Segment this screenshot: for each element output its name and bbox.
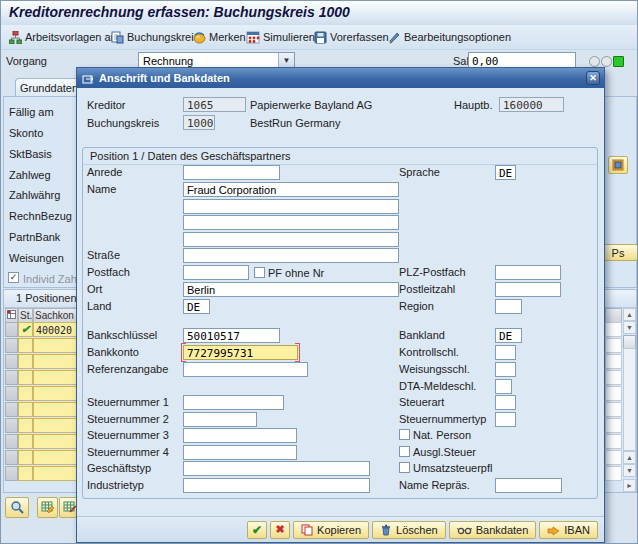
- scroll-down-icon-bottom[interactable]: ▼: [623, 464, 636, 477]
- postleitzahl-label: Postleitzahl: [399, 283, 455, 295]
- x-icon: ✖: [275, 523, 284, 536]
- nat-person-checkbox[interactable]: [399, 429, 410, 440]
- bankschluessel-field[interactable]: 50010517: [183, 328, 280, 343]
- copy-icon: [301, 524, 313, 536]
- bankkonto-field[interactable]: 7727995731: [183, 345, 298, 360]
- region-field[interactable]: [495, 299, 522, 314]
- ort-label: Ort: [87, 283, 102, 295]
- dta-meldeschl-field[interactable]: [495, 379, 512, 394]
- ausgl-steuer-checkbox[interactable]: [399, 446, 410, 457]
- sprache-label: Sprache: [399, 166, 440, 178]
- steuernummertyp-label: Steuernummertyp: [399, 413, 486, 425]
- steuernummertyp-field[interactable]: [495, 412, 516, 427]
- table-col-right[interactable]: [605, 308, 622, 323]
- ort-field[interactable]: Berlin: [183, 282, 399, 297]
- umsatzsteuerpfl-checkbox[interactable]: [399, 462, 410, 473]
- postleitzahl-field[interactable]: [495, 282, 561, 297]
- geschaeftstyp-field[interactable]: [183, 461, 370, 476]
- weisungsschl-label: Weisungsschl.: [399, 363, 470, 375]
- sap-window: Kreditorenrechnung erfassen: Buchungskre…: [0, 0, 638, 544]
- buchungskreis-button[interactable]: Buchungskreis: [108, 27, 202, 47]
- row-selector[interactable]: [5, 322, 18, 337]
- table-col-status[interactable]: St...: [18, 308, 33, 323]
- application-toolbar: Arbeitsvorlagen an Buchungskreis Merken …: [1, 25, 638, 50]
- choose-detail-button[interactable]: [5, 497, 29, 518]
- simulieren-button[interactable]: Simulieren: [243, 27, 318, 47]
- steuernummer4-field[interactable]: [183, 445, 297, 460]
- scroll-up-icon-bottom[interactable]: ▲: [623, 451, 636, 464]
- scroll-down-icon[interactable]: ▼: [623, 321, 636, 334]
- steuernummer3-label: Steuernummer 3: [87, 429, 169, 441]
- insert-row-button[interactable]: [37, 497, 58, 518]
- steuernummer2-field[interactable]: [183, 412, 257, 427]
- saldo-status-light: [589, 56, 624, 67]
- anrede-field[interactable]: [183, 165, 280, 180]
- name-repraes-field[interactable]: [495, 478, 562, 493]
- sktbasis-label: SktBasis: [9, 148, 52, 160]
- referenzangabe-field[interactable]: [183, 362, 308, 377]
- glasses-icon: [457, 524, 472, 535]
- dialog-icon: [82, 73, 94, 84]
- postfach-label: Postfach: [87, 266, 130, 278]
- individ-zahlung-checkbox[interactable]: ✓: [8, 272, 19, 283]
- cancel-button[interactable]: ✖: [270, 521, 290, 539]
- ausgl-steuer-label: Ausgl.Steuer: [413, 446, 476, 458]
- scroll-right-icon-bottom[interactable]: ►: [623, 479, 636, 492]
- loeschen-button[interactable]: Löschen: [372, 521, 446, 539]
- pf-ohne-nr-checkbox[interactable]: [254, 267, 265, 278]
- buchungskreis-name-text: BestRun Germany: [250, 117, 340, 129]
- name2-field[interactable]: [183, 199, 399, 214]
- scrollbar-track[interactable]: [623, 348, 636, 451]
- buchungskreis-field[interactable]: 1000: [183, 115, 215, 130]
- bankland-field[interactable]: DE: [495, 328, 522, 343]
- steuerart-field[interactable]: [495, 395, 516, 410]
- trash-icon: [380, 524, 392, 536]
- iban-button[interactable]: IBAN: [539, 521, 598, 539]
- name-field[interactable]: Fraud Corporation: [183, 182, 399, 197]
- check-icon: ✔: [252, 523, 262, 537]
- dialog-titlebar[interactable]: Anschrift und Bankdaten: [77, 68, 604, 88]
- arbeitsvorlagen-button[interactable]: Arbeitsvorlagen an: [6, 27, 120, 47]
- vorerfassen-button[interactable]: Vorerfassen: [311, 27, 392, 47]
- scrollbar-thumb[interactable]: [623, 335, 636, 349]
- table-insert-icon: [41, 501, 55, 514]
- company-code-icon: [111, 31, 124, 44]
- name4-field[interactable]: [183, 232, 399, 247]
- sprache-field[interactable]: DE: [495, 165, 516, 180]
- payee-icon-button[interactable]: [608, 156, 628, 174]
- partnbank-label: PartnBank: [9, 231, 60, 243]
- hauptb-label: Hauptb.: [454, 99, 493, 111]
- table-select-all-header[interactable]: [5, 308, 18, 323]
- region-label: Region: [399, 300, 434, 312]
- kopieren-button[interactable]: Kopieren: [293, 521, 369, 539]
- hold-icon: [193, 31, 206, 44]
- rechnbezug-label: RechnBezug: [9, 210, 72, 222]
- tab-grunddaten[interactable]: Grunddaten: [15, 78, 83, 98]
- kreditor-field[interactable]: 1065: [183, 97, 246, 112]
- name-repraes-label: Name Repräs.: [399, 479, 470, 491]
- bankdaten-button[interactable]: Bankdaten: [449, 521, 537, 539]
- kreditor-name-text: Papierwerke Bayland AG: [250, 99, 372, 111]
- steuernummer1-label: Steuernummer 1: [87, 396, 169, 408]
- steuernummer1-field[interactable]: [183, 395, 284, 410]
- name3-field[interactable]: [183, 215, 399, 230]
- umsatzsteuerpfl-label: Umsatzsteuerpfl: [413, 462, 492, 474]
- confirm-button[interactable]: ✔: [247, 521, 267, 539]
- plz-postfach-field[interactable]: [495, 265, 561, 280]
- kontrollschl-field[interactable]: [495, 345, 516, 360]
- strasse-field[interactable]: [183, 248, 399, 263]
- steuernummer3-field[interactable]: [183, 428, 297, 443]
- weisungsschl-field[interactable]: [495, 362, 516, 377]
- magnifier-icon: [10, 500, 25, 515]
- dta-meldeschl-label: DTA-Meldeschl.: [399, 380, 476, 392]
- pf-ohne-nr-label: PF ohne Nr: [268, 267, 324, 279]
- close-icon[interactable]: ✕: [586, 71, 600, 85]
- scroll-up-icon[interactable]: ▲: [623, 308, 636, 321]
- kontrollschl-label: Kontrollschl.: [399, 346, 459, 358]
- bearbeitungsoptionen-button[interactable]: Bearbeitungsoptionen: [385, 27, 514, 47]
- merken-button[interactable]: Merken: [190, 27, 249, 47]
- land-field[interactable]: DE: [183, 299, 210, 314]
- hauptbuch-field[interactable]: 160000: [499, 97, 564, 112]
- postfach-field[interactable]: [183, 265, 249, 280]
- industrietyp-field[interactable]: [183, 478, 370, 493]
